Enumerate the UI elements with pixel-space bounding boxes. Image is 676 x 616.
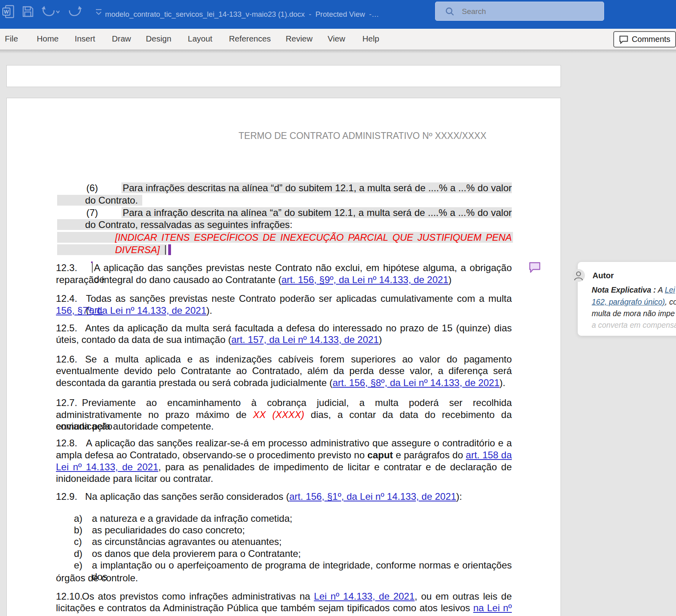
text-segment: ): [379, 334, 382, 345]
doc-hyperlink[interactable]: 156, §7º, da Lei nº 14.133, de 2021: [56, 305, 207, 316]
doc-line: do Contrato, ressalvadas as seguintes in…: [85, 219, 292, 230]
doc-line: descontada da garantia prestada ou será …: [56, 377, 505, 388]
menu-view[interactable]: View: [328, 29, 345, 50]
menu-references[interactable]: References: [229, 29, 271, 50]
previous-page-bottom: [6, 65, 561, 87]
doc-line: reparação integral do dano causado ao Co…: [56, 274, 451, 285]
text-segment: úteis, contado da data de sua intimação …: [56, 334, 231, 345]
paragraph-number: 12.10.: [56, 590, 83, 602]
paragraph-number: 12.9.: [56, 491, 77, 502]
menu-file[interactable]: File: [5, 29, 18, 50]
text-segment: ).: [499, 377, 505, 388]
doc-hyperlink[interactable]: art. 156, §1º, da Lei nº 14.133, de 2021: [289, 491, 456, 502]
paragraph-number: 12.6.: [56, 353, 77, 365]
text-segment: Para a infração descrita na alínea “a” d…: [123, 207, 512, 218]
text-segment: DIVERSA]: [115, 244, 160, 255]
text-segment: inidoneidade para licitar ou contratar.: [56, 473, 213, 484]
doc-line: [INDICAR ITENS ESPECÍFICOS DE INEXECUÇÃO…: [115, 232, 512, 243]
doc-line: Previamente ao encaminhamento à cobrança…: [82, 397, 512, 408]
save-icon[interactable]: [22, 6, 34, 18]
search-box[interactable]: [435, 2, 604, 21]
text-segment: órgãos de controle.: [56, 572, 138, 583]
menu-bar: FileHomeInsertDrawDesignLayoutReferences…: [0, 29, 676, 50]
text-segment: TERMO DE CONTRATO ADMINISTRATIVO Nº XXXX…: [239, 131, 487, 141]
doc-hyperlink[interactable]: art. 156, §9º, da Lei nº 14.133, de 2021: [281, 274, 448, 285]
comment-anchor-mark: [92, 262, 93, 273]
comment-text: a converta em compensa: [592, 321, 676, 329]
doc-line: 156, §7º, da Lei nº 14.133, de 2021).: [56, 305, 212, 316]
text-segment: e parágrafos do: [393, 450, 466, 460]
menu-layout[interactable]: Layout: [188, 29, 213, 50]
text-segment: Os atos previstos como infrações adminis…: [82, 591, 314, 602]
search-input[interactable]: [461, 2, 583, 21]
comment-line: multa de mora não impe: [592, 309, 675, 318]
redo-icon[interactable]: [69, 5, 82, 19]
comment-indicator-icon[interactable]: [528, 261, 541, 273]
text-segment: [INDICAR ITENS ESPECÍFICOS DE INEXECUÇÃO…: [115, 232, 512, 243]
doc-line: A aplicação das sanções previstas neste …: [94, 262, 512, 273]
doc-hyperlink[interactable]: na Lei nº: [473, 602, 512, 613]
word-window: W modelo_contrato_tic_servicos_lei_14-13…: [0, 0, 676, 616]
doc-hyperlink[interactable]: Lei nº 14.133, de 2021: [314, 591, 415, 602]
undo-icon[interactable]: [41, 5, 60, 19]
doc-line: Na aplicação das sanções serão considera…: [85, 491, 462, 502]
paragraph-number: c): [74, 536, 82, 547]
doc-line: Se a multa aplicada e as indenizações ca…: [85, 353, 512, 365]
doc-line: as circunstâncias agravantes ou atenuant…: [92, 536, 282, 547]
doc-line: DIVERSA]: [115, 244, 160, 255]
doc-line: do Contrato.: [85, 195, 138, 206]
text-segment: Se a multa aplicada e as indenizações ca…: [85, 354, 512, 364]
text-segment: administrativamente no prazo máximo de: [56, 409, 253, 420]
comment-hyperlink[interactable]: 162, parágrafo único): [592, 298, 665, 306]
comment-text: multa de mora não impe: [592, 309, 675, 318]
quick-access-chevron-icon[interactable]: [95, 9, 102, 15]
text-cursor: [165, 245, 166, 255]
doc-hyperlink[interactable]: art. 157, da Lei nº 14.133, de 2021: [231, 334, 379, 345]
comment-line: Nota Explicativa : A Lei: [592, 286, 675, 295]
comment-text: , con: [665, 298, 676, 306]
menu-help[interactable]: Help: [362, 29, 379, 50]
text-segment: A aplicação das sanções realizar-se-á em…: [86, 438, 512, 448]
doc-line: administrativamente no prazo máximo de X…: [56, 409, 512, 420]
doc-line: úteis, contado da data de sua intimação …: [56, 334, 382, 345]
text-segment: , ou em outras leis de: [415, 591, 512, 602]
paragraph-number: e): [74, 559, 82, 571]
text-segment: reparação integral do dano causado ao Co…: [56, 274, 281, 285]
text-segment: XX (XXXX): [253, 409, 304, 420]
doc-line: Para infrações descritas na alínea “d” d…: [123, 182, 512, 193]
doc-hyperlink[interactable]: art. 156, §8º, da Lei nº 14.133, de 2021: [332, 377, 499, 388]
doc-line: enviada pela autoridade competente.: [56, 420, 214, 432]
menu-design[interactable]: Design: [146, 29, 171, 50]
doc-line: eventualmente devido pelo Contratante ao…: [56, 365, 512, 376]
comments-button[interactable]: Comments: [613, 31, 676, 48]
paragraph-number: 12.4.: [56, 293, 77, 304]
text-segment: descontada da garantia prestada ou será …: [56, 377, 332, 388]
text-segment: enviada pela autoridade competente.: [56, 421, 214, 432]
doc-line: a implantação ou o aperfeiçoamento de pr…: [92, 559, 512, 571]
text-segment: do Contrato, ressalvadas as seguintes in…: [85, 219, 292, 230]
text-segment: Para infrações descritas na alínea “d” d…: [123, 182, 512, 193]
paragraph-number: 12.3.: [56, 262, 77, 273]
comment-line: 162, parágrafo único), con: [592, 298, 676, 307]
search-icon: [445, 7, 455, 16]
comment-hyperlink[interactable]: Lei: [665, 286, 675, 294]
word-logo-icon: W: [2, 5, 14, 19]
text-segment: ):: [456, 491, 462, 502]
menu-draw[interactable]: Draw: [112, 29, 131, 50]
doc-line: as peculiaridades do caso concreto;: [92, 524, 245, 536]
doc-line: ampla defesa ao Contratado, observando-s…: [56, 449, 512, 461]
menu-review[interactable]: Review: [286, 29, 312, 50]
doc-line: inidoneidade para licitar ou contratar.: [56, 473, 213, 484]
text-segment: Antes da aplicação da multa será faculta…: [85, 323, 512, 333]
paragraph-number: d): [74, 548, 82, 559]
comment-author: Autor: [592, 271, 614, 280]
menu-home[interactable]: Home: [37, 29, 59, 50]
text-segment: as circunstâncias agravantes ou atenuant…: [92, 536, 282, 547]
text-segment: as peculiaridades do caso concreto;: [92, 525, 245, 535]
text-segment: , para as penalidades de impedimento de …: [158, 462, 512, 472]
document-title: modelo_contrato_tic_servicos_lei_14-133_…: [105, 0, 379, 29]
doc-line: Antes da aplicação da multa será faculta…: [85, 322, 512, 334]
doc-hyperlink[interactable]: art. 158 da: [466, 450, 512, 460]
doc-hyperlink[interactable]: Lei nº 14.133, de 2021: [56, 462, 158, 472]
menu-insert[interactable]: Insert: [75, 29, 95, 50]
